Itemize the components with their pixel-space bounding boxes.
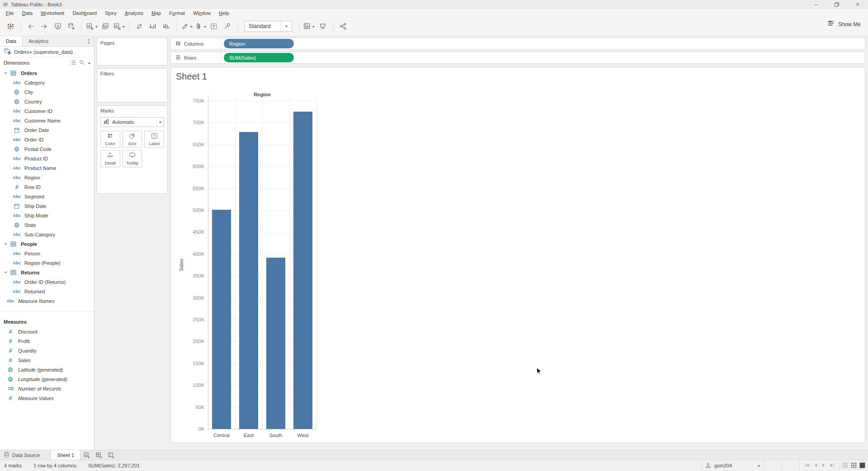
- field-latitude-generated-[interactable]: Latitude (generated): [0, 365, 94, 374]
- field-sales[interactable]: #Sales: [0, 355, 94, 365]
- pill-sum-sales-[interactable]: SUM(Sales): [224, 53, 294, 62]
- new-worksheet-button[interactable]: [80, 450, 93, 460]
- field-order-id-returns-[interactable]: AbcOrder ID (Returns): [0, 277, 94, 287]
- first-page-icon[interactable]: [804, 463, 810, 469]
- columns-shelf[interactable]: Columns Region: [170, 38, 865, 50]
- show-filmstrip-icon[interactable]: [851, 462, 857, 469]
- maximize-button[interactable]: [826, 0, 847, 9]
- menu-format[interactable]: Format: [165, 10, 189, 16]
- menu-window[interactable]: Window: [189, 10, 215, 16]
- field-measure-names[interactable]: AbcMeasure Names: [0, 296, 94, 306]
- share-button[interactable]: [336, 19, 350, 33]
- next-page-icon[interactable]: [821, 463, 826, 469]
- show-me-button[interactable]: Show Me: [828, 20, 861, 28]
- tab-data-source[interactable]: Data Source: [0, 450, 51, 460]
- field-order-date[interactable]: Order Date: [0, 125, 94, 135]
- field-region[interactable]: AbcRegion: [0, 173, 94, 182]
- field-returns[interactable]: Returns: [0, 268, 94, 277]
- field-profit[interactable]: #Profit: [0, 336, 94, 346]
- field-ship-date[interactable]: Ship Date: [0, 201, 94, 211]
- bar-central[interactable]: [212, 210, 231, 429]
- field-person[interactable]: AbcPerson: [0, 249, 94, 258]
- field-customer-name[interactable]: AbcCustomer Name: [0, 116, 94, 125]
- field-customer-id[interactable]: AbcCustomer ID: [0, 106, 94, 116]
- field-number-of-records[interactable]: =#Number of Records: [0, 384, 94, 393]
- field-measure-values[interactable]: #Measure Values: [0, 393, 94, 403]
- field-segment[interactable]: AbcSegment: [0, 192, 94, 201]
- field-postal-code[interactable]: Postal Code: [0, 144, 94, 154]
- tableau-logo-button[interactable]: [4, 19, 17, 33]
- mark-type-dropdown[interactable]: Automatic: [100, 117, 164, 127]
- field-product-id[interactable]: AbcProduct ID: [0, 154, 94, 163]
- show-hide-cards-button[interactable]: [302, 19, 316, 33]
- show-sheet-tabs-icon[interactable]: [842, 462, 848, 469]
- minimize-button[interactable]: –: [806, 0, 826, 9]
- new-data-source-button[interactable]: [65, 19, 78, 33]
- expander-chevron-icon[interactable]: [4, 71, 9, 75]
- field-discount[interactable]: #Discount: [0, 327, 94, 336]
- chevron-down-icon[interactable]: [122, 24, 125, 29]
- rows-shelf[interactable]: Rows SUM(Sales): [170, 52, 865, 64]
- fit-selector-button[interactable]: Standard: [245, 21, 292, 32]
- last-page-icon[interactable]: [829, 463, 835, 469]
- field-state[interactable]: State: [0, 220, 94, 230]
- field-returned[interactable]: AbcReturned: [0, 287, 94, 296]
- menu-help[interactable]: Help: [215, 10, 233, 16]
- bar-west[interactable]: [293, 112, 312, 429]
- field-ship-mode[interactable]: AbcShip Mode: [0, 211, 94, 220]
- field-country[interactable]: Country: [0, 97, 94, 106]
- field-longitude-generated-[interactable]: Longitude (generated): [0, 374, 94, 384]
- field-order-id[interactable]: AbcOrder ID: [0, 135, 94, 144]
- expander-chevron-icon[interactable]: [4, 242, 9, 246]
- chevron-down-icon[interactable]: [281, 21, 288, 31]
- detail-button[interactable]: Detail: [100, 150, 120, 167]
- datasource-item[interactable]: Orders+ (superstore_data): [0, 47, 94, 57]
- new-worksheet-button[interactable]: [85, 19, 99, 33]
- tab-sheet1[interactable]: Sheet 1: [51, 450, 80, 460]
- size-button[interactable]: Size: [123, 131, 142, 148]
- color-button[interactable]: Color: [100, 131, 120, 148]
- chevron-down-icon[interactable]: [95, 24, 98, 29]
- chevron-down-icon[interactable]: [88, 60, 91, 66]
- menu-data[interactable]: Data: [18, 10, 37, 16]
- field-row-id[interactable]: #Row ID: [0, 182, 94, 192]
- field-city[interactable]: City: [0, 87, 94, 97]
- duplicate-button[interactable]: [99, 19, 112, 33]
- field-quantity[interactable]: #Quantity: [0, 346, 94, 355]
- pill-region[interactable]: Region: [224, 39, 294, 48]
- tooltip-button[interactable]: Tooltip: [123, 150, 142, 167]
- view-list-icon[interactable]: [70, 60, 76, 66]
- menu-story[interactable]: Story: [101, 10, 121, 16]
- menu-worksheet[interactable]: Worksheet: [37, 10, 68, 16]
- menu-analysis[interactable]: Analysis: [121, 10, 147, 16]
- highlight-button[interactable]: [180, 19, 193, 33]
- menu-map[interactable]: Map: [147, 10, 165, 16]
- user-menu[interactable]: gxm204: [702, 460, 764, 471]
- tab-data[interactable]: Data: [0, 36, 23, 46]
- field-region-people-[interactable]: AbcRegion (People): [0, 258, 94, 268]
- swap-rows-columns-button[interactable]: [132, 19, 146, 33]
- chevron-down-icon[interactable]: [190, 24, 193, 29]
- new-story-button[interactable]: [105, 450, 117, 460]
- presentation-mode-button[interactable]: [316, 19, 330, 33]
- save-button[interactable]: [51, 19, 65, 33]
- menu-dashboard[interactable]: Dashboard: [68, 10, 101, 16]
- chevron-down-icon[interactable]: [203, 24, 207, 29]
- chevron-down-icon[interactable]: [312, 24, 315, 29]
- label-button[interactable]: Label: [144, 131, 164, 148]
- bar-south[interactable]: [266, 258, 285, 429]
- chevron-down-icon[interactable]: [156, 118, 164, 127]
- tab-analytics[interactable]: Analytics: [23, 36, 54, 46]
- field-category[interactable]: AbcCategory: [0, 78, 94, 87]
- search-icon[interactable]: [79, 60, 85, 66]
- redo-button[interactable]: [38, 19, 51, 33]
- sort-ascending-button[interactable]: [146, 19, 160, 33]
- fix-axes-button[interactable]: [221, 19, 234, 33]
- show-mark-labels-button[interactable]: [207, 19, 221, 33]
- undo-button[interactable]: [24, 19, 38, 33]
- filters-shelf[interactable]: Filters: [97, 68, 168, 103]
- field-product-name[interactable]: AbcProduct Name: [0, 163, 94, 173]
- group-members-button[interactable]: [193, 19, 207, 33]
- pages-shelf[interactable]: Pages: [97, 38, 168, 66]
- show-slideshow-icon[interactable]: [859, 462, 865, 469]
